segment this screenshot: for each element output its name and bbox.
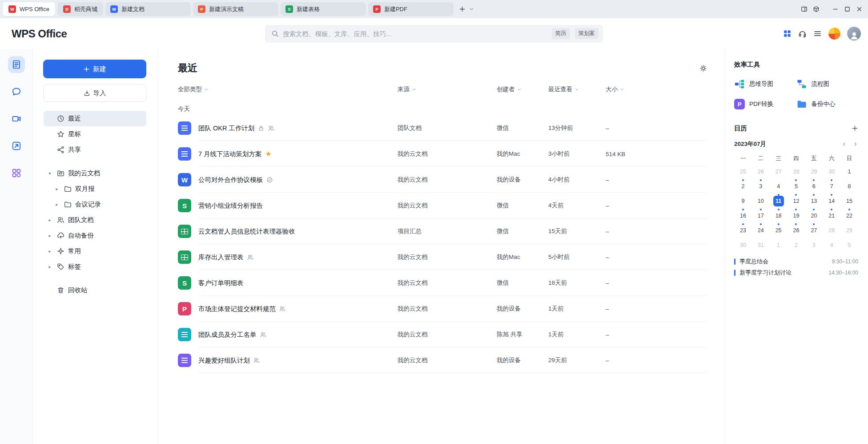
expander-right-icon[interactable]: ▸ xyxy=(46,265,53,269)
workspace-button[interactable] xyxy=(813,6,820,12)
calendar-day[interactable]: 11 xyxy=(770,194,788,208)
file-row[interactable]: 库存出入管理表我的云文档我的Mac5小时前– xyxy=(178,244,707,270)
file-row[interactable]: 云文档管人员信息统计表理器验收项目汇总微信15天前– xyxy=(178,218,707,244)
new-tab-button[interactable] xyxy=(459,6,466,12)
calendar-day[interactable]: 25 xyxy=(734,164,752,179)
calendar-day[interactable]: 29 xyxy=(840,223,858,238)
calendar-day[interactable]: 30 xyxy=(823,164,840,179)
calendar-day[interactable]: 28 xyxy=(788,164,805,179)
calendar-day[interactable]: 2 xyxy=(734,179,752,194)
calendar-day[interactable]: 4 xyxy=(770,179,788,194)
window-tab[interactable]: W新建文档 xyxy=(105,2,191,16)
calendar-day[interactable]: 31 xyxy=(752,238,770,252)
file-row[interactable]: 7 月线下活动策划方案★我的云文档我的Mac3小时前514 KB xyxy=(178,141,707,167)
file-row[interactable]: 团队 OKR 工作计划团队文档微信13分钟前– xyxy=(178,115,707,141)
calendar-day[interactable]: 21 xyxy=(823,208,840,223)
calendar-day[interactable]: 15 xyxy=(840,194,858,208)
filter-last-viewed[interactable]: 最近查看 xyxy=(548,85,606,93)
calendar-day[interactable]: 23 xyxy=(734,223,752,238)
calendar-day[interactable]: 3 xyxy=(752,179,770,194)
app-chat-button[interactable] xyxy=(8,83,25,100)
calendar-day[interactable]: 4 xyxy=(823,238,840,252)
window-tab[interactable]: WWPS Office xyxy=(3,2,55,16)
calendar-day[interactable]: 25 xyxy=(770,223,788,238)
calendar-day[interactable]: 5 xyxy=(788,179,805,194)
calendar-day[interactable]: 13 xyxy=(805,194,823,208)
tool-flowchart[interactable]: 流程图 xyxy=(796,79,859,89)
file-row[interactable]: W公司对外合作协议模板我的云文档我的设备4小时前– xyxy=(178,167,707,193)
calendar-day[interactable]: 12 xyxy=(788,194,805,208)
toggle-panel-button[interactable] xyxy=(801,6,808,12)
calendar-day[interactable]: 3 xyxy=(805,238,823,252)
app-transfer-button[interactable] xyxy=(8,137,25,154)
tool-pdf-convert[interactable]: P PDF转换 xyxy=(734,99,796,109)
apps-grid-button[interactable] xyxy=(783,29,792,38)
expander-right-icon[interactable]: ▸ xyxy=(46,249,53,254)
event-item[interactable]: 新季度学习计划讨论 14:30–16:00 xyxy=(734,269,858,277)
file-row[interactable]: 团队成员及分工名单我的云文档陈旭 共享1天前– xyxy=(178,322,707,347)
calendar-day[interactable]: 2 xyxy=(788,238,805,252)
file-row[interactable]: 兴趣爱好组队计划我的云文档我的设备29天前– xyxy=(178,347,707,373)
prev-month-button[interactable] xyxy=(841,141,847,147)
calendar-day[interactable]: 9 xyxy=(734,194,752,208)
maximize-button[interactable] xyxy=(844,6,851,12)
app-apps-button[interactable] xyxy=(8,165,25,182)
calendar-day[interactable]: 10 xyxy=(752,194,770,208)
sidebar-item-meeting-notes[interactable]: ▸会议记录 xyxy=(44,197,146,212)
calendar-day[interactable]: 8 xyxy=(840,179,858,194)
app-documents-button[interactable] xyxy=(8,56,25,73)
sidebar-item-labels[interactable]: ▸标签 xyxy=(44,259,146,274)
window-tab[interactable]: D稻壳商城 xyxy=(57,2,103,16)
calendar-day[interactable]: 24 xyxy=(752,223,770,238)
calendar-day[interactable]: 27 xyxy=(805,223,823,238)
calendar-day[interactable]: 30 xyxy=(734,238,752,252)
filter-source[interactable]: 来源 xyxy=(398,85,497,93)
sidebar-item-auto-backup[interactable]: ▸自动备份 xyxy=(44,228,146,243)
settings-gear-icon[interactable] xyxy=(699,65,707,72)
expander-right-icon[interactable]: ▸ xyxy=(46,218,53,222)
search-tag-proposal[interactable]: 策划案 xyxy=(575,28,599,39)
support-button[interactable] xyxy=(798,29,807,38)
new-document-button[interactable]: 新建 xyxy=(43,60,146,78)
sidebar-item-team-docs[interactable]: ▸团队文档 xyxy=(44,212,146,228)
calendar-day[interactable]: 28 xyxy=(823,223,840,238)
file-row[interactable]: S客户订单明细表我的云文档微信18天前– xyxy=(178,270,707,296)
app-meeting-button[interactable] xyxy=(8,110,25,127)
calendar-day[interactable]: 7 xyxy=(823,179,840,194)
event-item[interactable]: 季度总结会 9:30–11:00 xyxy=(734,258,858,266)
calendar-day[interactable]: 29 xyxy=(805,164,823,179)
calendar-day[interactable]: 16 xyxy=(734,208,752,223)
filter-creator[interactable]: 创建者 xyxy=(497,85,548,93)
calendar-day[interactable]: 20 xyxy=(805,208,823,223)
search-tag-resume[interactable]: 简历 xyxy=(552,28,570,39)
sidebar-item-trash[interactable]: 回收站 xyxy=(44,283,146,298)
close-button[interactable] xyxy=(856,6,863,12)
add-event-button[interactable] xyxy=(852,125,858,132)
sidebar-item-frequent[interactable]: ▸常用 xyxy=(44,243,146,259)
calendar-day[interactable]: 27 xyxy=(770,164,788,179)
import-button[interactable]: 导入 xyxy=(43,84,146,102)
sidebar-item-bimonthly-report[interactable]: ▸双月报 xyxy=(44,181,146,197)
global-menu-button[interactable] xyxy=(813,29,822,38)
sidebar-item-shared[interactable]: 共享 xyxy=(44,142,146,157)
user-avatar[interactable] xyxy=(847,27,861,40)
tool-backup-center[interactable]: 备份中心 xyxy=(796,99,859,109)
file-row[interactable]: P市场主体登记提交材料规范我的云文档我的设备1天前– xyxy=(178,296,707,322)
calendar-day[interactable]: 22 xyxy=(840,208,858,223)
search-bar[interactable]: 简历 策划案 xyxy=(265,25,603,43)
tab-list-dropdown[interactable] xyxy=(469,7,474,12)
minimize-button[interactable] xyxy=(832,6,839,12)
filter-all-types[interactable]: 全部类型 xyxy=(178,85,398,93)
calendar-day[interactable]: 6 xyxy=(805,179,823,194)
expander-right-icon[interactable]: ▸ xyxy=(46,234,53,238)
calendar-day[interactable]: 14 xyxy=(823,194,840,208)
sidebar-item-recent[interactable]: 最近 xyxy=(44,111,146,126)
window-tab[interactable]: P新建演示文稿 xyxy=(193,2,278,16)
calendar-day[interactable]: 17 xyxy=(752,208,770,223)
calendar-day[interactable]: 19 xyxy=(788,208,805,223)
calendar-day[interactable]: 1 xyxy=(770,238,788,252)
search-input[interactable] xyxy=(283,30,547,37)
calendar-day[interactable]: 26 xyxy=(788,223,805,238)
expander-right-icon[interactable]: ▸ xyxy=(53,202,60,207)
next-month-button[interactable] xyxy=(853,141,858,147)
